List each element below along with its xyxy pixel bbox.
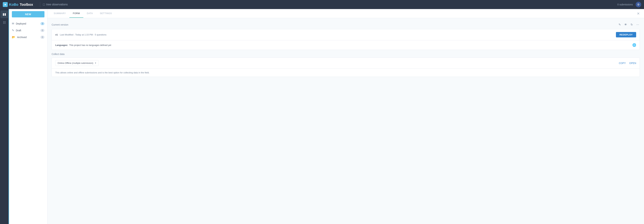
logo-icon: ■ (3, 2, 8, 7)
nav-divider (40, 2, 40, 7)
content-area: Current version ✎ 👁 ↻ ⋯ v1 Last Modified… (48, 18, 644, 224)
project-info: □ tree observations (43, 3, 68, 6)
collect-options-row: Online-Offline (multiple submission) ▼ C… (52, 58, 640, 69)
languages-label: Languages: (55, 44, 68, 46)
main-content: SUMMARY FORM DATA SETTINGS ✕ Current ver… (48, 9, 644, 224)
edit-icon[interactable]: ✎ (618, 22, 622, 27)
project-icon: □ (43, 3, 45, 6)
draft-icon: ✎ (12, 29, 14, 32)
dropdown-arrow-icon: ▼ (95, 62, 96, 64)
redeploy-button[interactable]: REDEPLOY (616, 32, 636, 37)
project-name: tree observations (46, 3, 68, 6)
sidebar-item-draft[interactable]: ✎ Draft 0 (9, 27, 47, 34)
open-link[interactable]: OPEN (629, 62, 636, 65)
sidebar-icon-data[interactable]: ☷ (0, 19, 8, 26)
draft-label: Draft (16, 29, 39, 32)
icon-sidebar: ▮▮ ☷ (0, 9, 9, 224)
copy-link[interactable]: COPY (619, 62, 626, 65)
collect-section: Collect data Online-Offline (multiple su… (52, 53, 640, 77)
sidebar-item-archived[interactable]: 📂 Archived 0 (9, 34, 47, 40)
collect-card: Online-Offline (multiple submission) ▼ C… (52, 58, 640, 77)
version-info: Last Modified : Today at 1:15 PM - 5 que… (60, 33, 616, 36)
deployed-label: Deployed (16, 22, 39, 25)
close-button[interactable]: ✕ (636, 11, 641, 16)
tab-bar: SUMMARY FORM DATA SETTINGS ✕ (48, 9, 644, 18)
collect-mode-select[interactable]: Online-Offline (multiple submission) ▼ (55, 60, 99, 66)
navbar: ■ KoBoToolbox □ tree observations 0 subm… (0, 0, 644, 9)
languages-row: Languages: This project has no languages… (52, 40, 640, 50)
eye-icon[interactable]: 👁 (624, 22, 628, 27)
collect-description: This allows online and offline submissio… (52, 69, 640, 77)
current-version-title: Current version (52, 23, 68, 26)
submissions-count: 0 submissions (617, 3, 633, 6)
brand-kobo: KoBo (9, 2, 18, 6)
tab-form[interactable]: FORM (70, 9, 83, 18)
archived-count: 0 (40, 36, 44, 39)
archived-label: Archived (17, 36, 39, 39)
version-tag: v1 (55, 33, 58, 36)
current-version-header: Current version ✎ 👁 ↻ ⋯ (52, 22, 640, 27)
deployed-count: 3 (40, 22, 44, 25)
brand: ■ KoBoToolbox (3, 2, 33, 7)
new-button[interactable]: NEW (12, 11, 44, 17)
collect-select-label: Online-Offline (multiple submission) (58, 62, 93, 64)
archived-icon: 📂 (12, 35, 15, 39)
globe-icon[interactable]: 🌐 (632, 43, 636, 47)
navbar-right: 0 submissions D (617, 2, 641, 7)
share-icon[interactable]: ↻ (630, 22, 634, 27)
tab-data[interactable]: DATA (83, 9, 96, 18)
version-card: v1 Last Modified : Today at 1:15 PM - 5 … (52, 29, 640, 50)
more-icon[interactable]: ⋯ (636, 22, 640, 27)
sidebar-item-deployed[interactable]: ✉ Deployed 3 (9, 20, 47, 27)
deployed-icon: ✉ (12, 22, 14, 25)
version-row: v1 Last Modified : Today at 1:15 PM - 5 … (52, 29, 640, 40)
brand-toolbox: Toolbox (20, 2, 33, 6)
languages-text: Languages: This project has no languages… (55, 44, 632, 46)
languages-value: This project has no languages defined ye… (69, 44, 111, 46)
tab-summary[interactable]: SUMMARY (50, 9, 70, 18)
tab-settings[interactable]: SETTINGS (96, 9, 116, 18)
layout: ▮▮ ☷ NEW ✉ Deployed 3 ✎ Draft 0 📂 Archiv… (0, 9, 644, 224)
left-sidebar: NEW ✉ Deployed 3 ✎ Draft 0 📂 Archived 0 (9, 9, 48, 224)
collect-links: COPY OPEN (619, 62, 636, 65)
user-avatar[interactable]: D (636, 2, 641, 7)
draft-count: 0 (40, 29, 44, 32)
sidebar-icon-forms[interactable]: ▮▮ (0, 10, 8, 18)
collect-data-title: Collect data (52, 53, 640, 55)
section-actions: ✎ 👁 ↻ ⋯ (618, 22, 640, 27)
